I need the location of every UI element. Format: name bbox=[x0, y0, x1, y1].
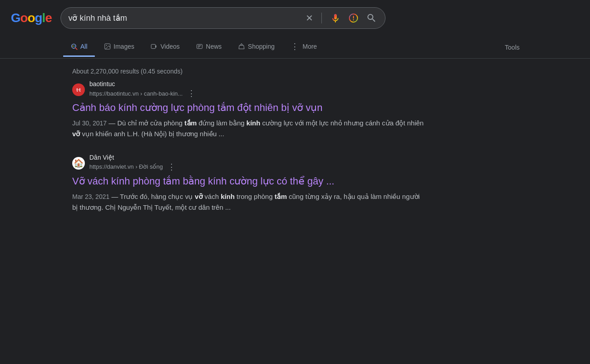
tab-all[interactable]: All bbox=[63, 37, 95, 57]
result-item: 🏠 Dân Việt https://danviet.vn › Đời sống… bbox=[72, 154, 424, 213]
images-icon bbox=[104, 43, 111, 50]
result-snippet: Jul 30, 2017 — Dù chỉ mở cửa phòng tắm đ… bbox=[72, 118, 424, 139]
result-more-button[interactable]: ⋮ bbox=[186, 88, 197, 99]
favicon-baotintuc: t·t bbox=[72, 83, 85, 96]
lens-icon bbox=[348, 13, 359, 23]
result-source: 🏠 Dân Việt https://danviet.vn › Đời sống… bbox=[72, 154, 424, 173]
results-container: t·t baotintuc https://baotintuc.vn › can… bbox=[0, 80, 590, 213]
clear-icon: ✕ bbox=[306, 14, 313, 23]
tab-more[interactable]: ⋮ More bbox=[283, 36, 324, 58]
search-icon bbox=[366, 13, 377, 23]
search-button[interactable] bbox=[365, 12, 378, 24]
nav-tabs: All Images Videos News Shopping bbox=[0, 36, 590, 59]
result-title[interactable]: Cảnh báo kính cường lực phòng tắm đột nh… bbox=[72, 101, 424, 115]
result-source-info: baotintuc https://baotintuc.vn › canh-ba… bbox=[89, 80, 197, 99]
header: Google ✕ bbox=[0, 0, 590, 36]
tab-shopping[interactable]: Shopping bbox=[231, 37, 282, 57]
result-title[interactable]: Vỡ vách kính phòng tắm bằng kính cường l… bbox=[72, 175, 424, 189]
search-input[interactable] bbox=[68, 14, 300, 23]
shopping-icon bbox=[238, 43, 245, 50]
result-source: t·t baotintuc https://baotintuc.vn › can… bbox=[72, 80, 424, 99]
search-bar-icons bbox=[329, 12, 378, 24]
videos-icon bbox=[150, 43, 158, 50]
svg-point-2 bbox=[72, 46, 73, 46]
result-source-info: Dân Việt https://danviet.vn › Đời sống ⋮ bbox=[89, 154, 177, 173]
result-item: t·t baotintuc https://baotintuc.vn › can… bbox=[72, 80, 424, 139]
google-logo: Google bbox=[11, 11, 51, 25]
search-bar: ✕ bbox=[60, 7, 386, 29]
svg-point-3 bbox=[73, 46, 74, 46]
result-site-name: Dân Việt bbox=[89, 154, 177, 161]
tab-videos[interactable]: Videos bbox=[143, 37, 187, 57]
microphone-icon bbox=[330, 13, 341, 23]
results-info: About 2,270,000 results (0.45 seconds) bbox=[0, 59, 590, 80]
favicon-danviet: 🏠 bbox=[72, 157, 85, 170]
result-date: Jul 30, 2017 bbox=[72, 120, 107, 127]
tab-news[interactable]: News bbox=[189, 37, 229, 57]
lens-button[interactable] bbox=[347, 12, 360, 24]
clear-button[interactable]: ✕ bbox=[305, 13, 314, 23]
more-dots-icon: ⋮ bbox=[291, 41, 300, 51]
result-snippet: Mar 23, 2021 — Trước đó, hàng chục vụ vỡ… bbox=[72, 191, 424, 213]
news-icon bbox=[196, 43, 203, 50]
result-url: https://danviet.vn › Đời sống bbox=[89, 163, 163, 170]
all-icon bbox=[70, 43, 78, 50]
search-bar-wrapper: ✕ bbox=[60, 7, 386, 29]
svg-point-4 bbox=[74, 46, 75, 46]
tab-images[interactable]: Images bbox=[97, 37, 142, 57]
result-url: https://baotintuc.vn › canh-bao-kin... bbox=[89, 90, 183, 97]
result-site-name: baotintuc bbox=[89, 80, 197, 88]
result-more-button[interactable]: ⋮ bbox=[166, 161, 177, 173]
svg-rect-7 bbox=[151, 44, 155, 48]
result-date: Mar 23, 2021 bbox=[72, 193, 110, 200]
tools-tab[interactable]: Tools bbox=[497, 38, 527, 56]
svg-point-6 bbox=[106, 45, 107, 46]
voice-search-button[interactable] bbox=[329, 12, 342, 24]
svg-line-1 bbox=[75, 48, 77, 50]
search-bar-divider bbox=[321, 13, 322, 23]
